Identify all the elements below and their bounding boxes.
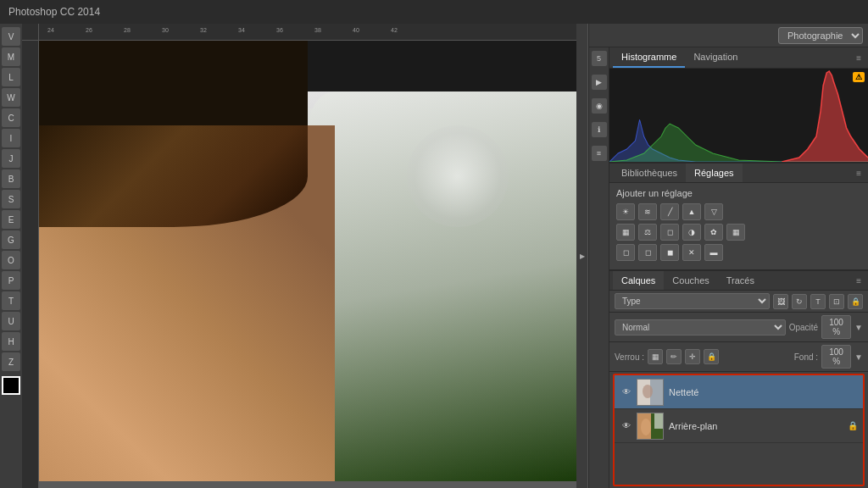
fond-value[interactable]: 100 % (821, 345, 851, 369)
thumb-svg-nettete (637, 380, 664, 406)
adj-bw[interactable]: ◻ (660, 224, 679, 241)
adj-hsl[interactable]: ▦ (616, 224, 635, 241)
adj-brightness[interactable]: ☀ (616, 203, 635, 220)
canvas-with-ruler (22, 41, 576, 488)
titlebar: Photoshop CC 2014 (0, 0, 868, 24)
adj-color-lookup[interactable]: ▦ (726, 224, 745, 241)
eraser-tool[interactable]: E (2, 210, 20, 229)
mini-tool-1[interactable]: 5 (592, 51, 607, 66)
lock-move-btn[interactable]: ✛ (685, 349, 700, 364)
histogram-display: ⚠ (609, 69, 868, 162)
adj-icons-row-2: ▦ ⚖ ◻ ◑ ✿ ▦ (616, 224, 861, 241)
layers-menu-btn[interactable]: ≡ (853, 273, 865, 289)
opacity-chevron[interactable]: ▼ (854, 323, 863, 332)
ruler-mark-32: 32 (200, 27, 207, 33)
adjustments-panel: Bibliothèques Réglages ≡ Ajouter un régl… (609, 162, 868, 269)
lock-pixels-btn[interactable]: ▦ (648, 349, 663, 364)
adj-icons-row-3: ◻ ◻ ◼ ✕ ▬ (616, 244, 861, 261)
layer-item-arriere-plan[interactable]: 👁 Arrière-plan (615, 409, 863, 443)
adj-balance[interactable]: ⚖ (638, 224, 657, 241)
workspace-selector[interactable]: Photographie (778, 27, 863, 44)
tab-calques[interactable]: Calques (613, 271, 664, 290)
layer-type-select[interactable]: Type (615, 293, 770, 309)
histogram-tabs: Histogramme Navigation ≡ (609, 47, 868, 69)
histogram-menu-btn[interactable]: ≡ (853, 50, 865, 66)
adj-levels[interactable]: ╱ (660, 203, 679, 220)
tab-couches[interactable]: Couches (664, 271, 717, 290)
layer-ctrl-5[interactable]: 🔒 (848, 294, 863, 309)
lock-brush-btn[interactable]: ✏ (666, 349, 682, 364)
svg-point-7 (643, 385, 653, 398)
magic-wand-tool[interactable]: W (2, 88, 20, 107)
mini-tool-5[interactable]: ≡ (592, 146, 607, 161)
tab-bibliotheques[interactable]: Bibliothèques (613, 164, 686, 182)
photo-background (39, 41, 576, 481)
layer-item-nettete[interactable]: 👁 Netteté (615, 375, 863, 409)
tab-histogramme[interactable]: Histogramme (613, 47, 685, 68)
layer-eye-arriere[interactable]: 👁 (620, 419, 633, 433)
right-panel: Photographie 5 ▶ ◉ ℹ ≡ Histogramme Navig… (588, 24, 868, 488)
gradient-tool[interactable]: G (2, 230, 20, 249)
tab-traces[interactable]: Tracés (718, 271, 763, 290)
type-tool[interactable]: T (2, 291, 20, 310)
right-panel-inner: 5 ▶ ◉ ℹ ≡ Histogramme Navigation ≡ (589, 47, 868, 488)
thumb-svg-arriere (637, 413, 664, 440)
adj-gradient-map[interactable]: ◼ (660, 244, 679, 261)
layer-ctrl-2[interactable]: ↻ (792, 294, 807, 309)
layer-ctrl-1[interactable]: 🖼 (773, 294, 788, 309)
ruler-mark-24: 24 (47, 27, 54, 33)
adjustments-tabs: Bibliothèques Réglages ≡ (609, 164, 868, 183)
mini-tool-2[interactable]: ▶ (592, 75, 607, 90)
bokeh-1 (407, 125, 509, 227)
pen-tool[interactable]: P (2, 271, 20, 290)
lasso-tool[interactable]: L (2, 68, 20, 86)
adj-exposure[interactable]: ▲ (682, 203, 701, 220)
lock-label: Verrou : (615, 352, 644, 362)
adj-curves[interactable]: ≋ (638, 203, 657, 220)
ruler-top: 24 26 28 30 32 34 36 38 40 42 (39, 24, 576, 41)
mini-tool-4[interactable]: ℹ (592, 122, 607, 137)
layer-ctrl-4[interactable]: ⊡ (829, 294, 844, 309)
adj-invert[interactable]: ▬ (704, 244, 723, 261)
adjustments-menu-btn[interactable]: ≡ (853, 165, 865, 181)
histogram-svg (609, 69, 868, 162)
fond-chevron[interactable]: ▼ (854, 352, 863, 362)
adj-photo-filter[interactable]: ◑ (682, 224, 701, 241)
lock-fond-row: Verrou : ▦ ✏ ✛ 🔒 Fond : 100 % ▼ (609, 342, 868, 372)
opacity-value[interactable]: 100 % (821, 315, 851, 339)
move-tool[interactable]: V (2, 27, 20, 46)
eyedropper-tool[interactable]: I (2, 129, 20, 147)
fond-label: Fond : (794, 352, 818, 362)
ruler-mark-30: 30 (162, 27, 169, 33)
histogram-panel: Histogramme Navigation ≡ (609, 47, 868, 162)
layer-name-nettete: Netteté (669, 387, 858, 397)
foreground-color[interactable] (2, 376, 20, 395)
crop-tool[interactable]: C (2, 108, 20, 127)
layer-thumb-arriere (637, 413, 664, 440)
adj-threshold[interactable]: ◻ (638, 244, 657, 261)
collapse-panel-button[interactable]: ▶ (576, 24, 588, 488)
lock-all-btn[interactable]: 🔒 (704, 349, 719, 364)
adj-posterize[interactable]: ◻ (616, 244, 635, 261)
shape-tool[interactable]: U (2, 312, 20, 330)
blend-mode-select[interactable]: Normal (615, 319, 786, 336)
panel-content: Histogramme Navigation ≡ (609, 47, 868, 488)
ruler-mark-42: 42 (391, 27, 398, 33)
tab-navigation[interactable]: Navigation (685, 47, 746, 68)
brush-tool[interactable]: B (2, 169, 20, 188)
layer-eye-nettete[interactable]: 👁 (620, 385, 633, 399)
workspace: V M L W C I J B S E G O P T U H Z 24 26 … (0, 24, 868, 488)
mini-tool-3[interactable]: ◉ (592, 98, 607, 114)
ruler-mark-28: 28 (124, 27, 131, 33)
layer-ctrl-3[interactable]: T (810, 294, 826, 309)
clone-tool[interactable]: S (2, 190, 20, 208)
healing-tool[interactable]: J (2, 149, 20, 168)
zoom-tool[interactable]: Z (2, 352, 20, 371)
adj-channel-mixer[interactable]: ✿ (704, 224, 723, 241)
burn-tool[interactable]: O (2, 251, 20, 269)
adj-selective-color[interactable]: ✕ (682, 244, 701, 261)
tab-reglages[interactable]: Réglages (686, 164, 742, 182)
hand-tool[interactable]: H (2, 332, 20, 351)
marquee-tool[interactable]: M (2, 47, 20, 66)
adj-vibrance[interactable]: ▽ (704, 203, 723, 220)
